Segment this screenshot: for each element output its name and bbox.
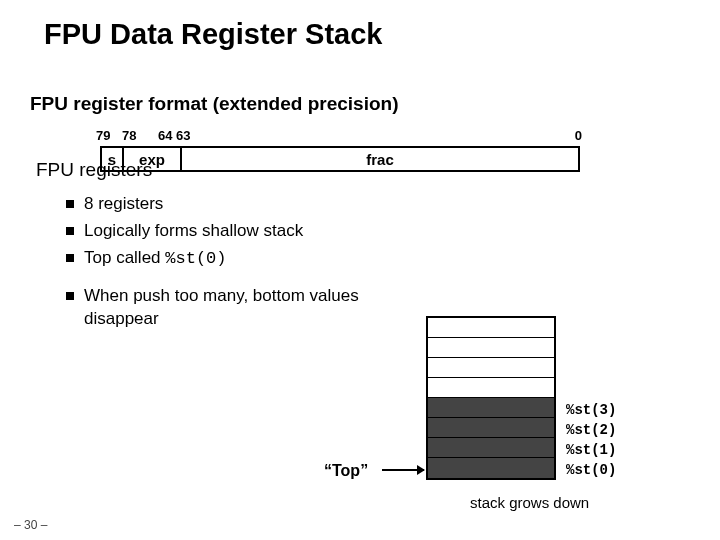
stack-register-labels: %st(3) %st(2) %st(1) %st(0): [566, 400, 616, 480]
stack-diagram: %st(3) %st(2) %st(1) %st(0) “Top”: [426, 316, 686, 480]
square-bullet-icon: [66, 254, 74, 262]
bit-label-64: 64: [158, 128, 172, 143]
bit-label-0: 0: [575, 128, 582, 143]
format-fields-row: s exp frac: [100, 146, 580, 172]
slide-number: – 30 –: [14, 518, 47, 532]
stack-slot-filled: [428, 418, 554, 438]
square-bullet-icon: [66, 200, 74, 208]
list-item: 8 registers: [66, 193, 376, 216]
stack-slot: [428, 338, 554, 358]
stack-label-st1: %st(1): [566, 440, 616, 460]
top-pointer-label: “Top”: [324, 462, 368, 480]
square-bullet-icon: [66, 292, 74, 300]
bit-label-78: 78: [122, 128, 136, 143]
slide-title: FPU Data Register Stack: [0, 0, 720, 51]
bullet-text: 8 registers: [84, 193, 163, 216]
field-fraction: frac: [182, 148, 578, 170]
bullet-text: Logically forms shallow stack: [84, 220, 303, 243]
stack-direction-label: stack grows down: [470, 494, 589, 511]
stack-slot-filled: [428, 438, 554, 458]
bullet-list: 8 registers Logically forms shallow stac…: [0, 181, 720, 331]
bit-label-79: 79: [96, 128, 110, 143]
stack-label-st2: %st(2): [566, 420, 616, 440]
bullet-text: When push too many, bottom values disapp…: [84, 285, 376, 331]
register-format-diagram: 79 78 64 63 0 s exp frac: [100, 146, 580, 172]
format-heading: FPU register format (extended precision): [0, 51, 720, 115]
field-exponent: exp: [124, 148, 182, 170]
list-item: Top called %st(0): [66, 247, 376, 271]
code-literal: %st(0): [165, 249, 226, 268]
arrow-right-icon: [382, 469, 424, 471]
stack-slot-filled: [428, 398, 554, 418]
list-item: Logically forms shallow stack: [66, 220, 376, 243]
square-bullet-icon: [66, 227, 74, 235]
stack-slot: [428, 318, 554, 338]
bit-label-63: 63: [176, 128, 190, 143]
stack-slot-filled: [428, 458, 554, 478]
stack-label-st3: %st(3): [566, 400, 616, 420]
field-sign: s: [102, 148, 124, 170]
stack-box: [426, 316, 556, 480]
stack-slot: [428, 378, 554, 398]
list-item: When push too many, bottom values disapp…: [66, 285, 376, 331]
stack-label-st0: %st(0): [566, 460, 616, 480]
bullet-text: Top called %st(0): [84, 247, 227, 271]
stack-slot: [428, 358, 554, 378]
